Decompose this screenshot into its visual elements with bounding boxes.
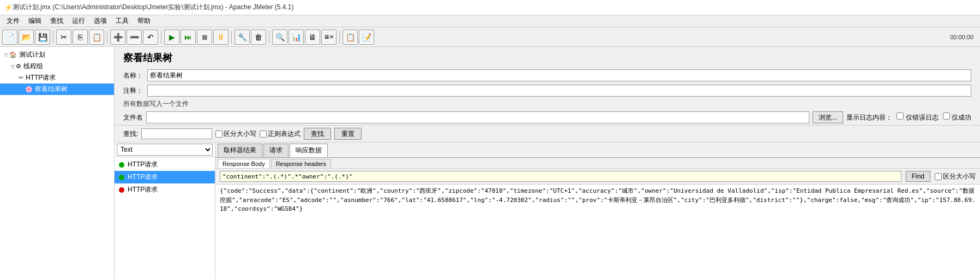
menu-options[interactable]: 选项 <box>89 15 111 27</box>
name-row: 名称： <box>115 68 980 83</box>
sep-6 <box>339 31 340 44</box>
menu-bar: 文件 编辑 查找 运行 选项 工具 帮助 <box>0 15 980 27</box>
regex-label[interactable]: 正则表达式 <box>260 129 300 139</box>
search-input[interactable] <box>141 128 212 139</box>
comment-input[interactable] <box>147 85 971 97</box>
btn-clear-all[interactable]: 🗑 <box>251 29 266 45</box>
case-sensitive-2-checkbox[interactable] <box>935 173 942 180</box>
status-dot-2 <box>119 175 124 180</box>
title-icon: ⚡ <box>4 4 13 11</box>
result-item-1[interactable]: HTTP请求 <box>115 158 215 171</box>
name-input[interactable] <box>147 69 971 81</box>
btn-aggregate[interactable]: 📊 <box>288 29 304 45</box>
sub-tab-response-headers[interactable]: Response headers <box>271 159 331 168</box>
btn-log[interactable]: 📝 <box>359 29 374 45</box>
results-tree-icon: 🌸 <box>25 86 33 93</box>
response-body[interactable]: {"code":"Success","data":{"continent":"欧… <box>215 185 980 279</box>
expand-icon-thread-group: ▽ <box>11 64 15 69</box>
menu-run[interactable]: 运行 <box>68 15 89 27</box>
btn-paste[interactable]: 📋 <box>89 29 104 45</box>
sep-5 <box>269 31 269 44</box>
response-area: Response Body Response headers Find 区分大小… <box>215 158 980 279</box>
find-button-2[interactable]: Find <box>906 171 930 182</box>
log-option-success-label[interactable]: 仅成功 <box>943 112 971 122</box>
result-label-1: HTTP请求 <box>128 160 158 169</box>
sep-1 <box>53 31 53 44</box>
tree-item-results-tree[interactable]: 🌸 察看结果树 <box>0 84 114 95</box>
btn-new[interactable]: 📄 <box>2 29 17 45</box>
write-all-label: 所有数据写入一个文件 <box>123 100 189 108</box>
case-sensitive-2-label[interactable]: 区分大小写 <box>935 172 976 181</box>
tree-item-http-request-1[interactable]: ✏ HTTP请求 <box>0 72 114 84</box>
sub-tabs-row: Response Body Response headers <box>215 158 980 169</box>
file-input[interactable] <box>146 111 809 123</box>
right-panel: 察看结果树 名称： 注释： 所有数据写入一个文件 文件名 浏览... 显示日志内… <box>115 47 980 279</box>
btn-start-no-pauses[interactable]: ⏭ <box>181 29 196 45</box>
btn-cut[interactable]: ✂ <box>56 29 71 45</box>
btn-remove[interactable]: ➖ <box>127 29 142 45</box>
btn-clear[interactable]: 🔧 <box>235 29 250 45</box>
btn-start[interactable]: ▶ <box>164 29 179 45</box>
file-label: 文件名 <box>123 113 143 122</box>
sep-4 <box>231 31 232 44</box>
sub-tab-response-body[interactable]: Response Body <box>218 159 270 168</box>
tree-label-test-plan: 测试计划 <box>19 50 45 60</box>
btn-shutdown[interactable]: ⏸ <box>213 29 229 45</box>
http-request-1-icon: ✏ <box>19 74 23 81</box>
window-title: 测试计划.jmx (C:\Users\Administrator\Desktop… <box>13 3 293 12</box>
text-format-select[interactable]: Text RegExp Tester CSS/JQuery XPath Test… <box>117 144 213 156</box>
tab-response-data[interactable]: 响应数据 <box>290 144 328 157</box>
btn-search[interactable]: 🔍 <box>272 29 287 45</box>
result-items: HTTP请求 HTTP请求 HTTP请求 <box>115 157 215 279</box>
regex-input[interactable] <box>220 171 901 182</box>
btn-copy[interactable]: ⎘ <box>73 29 88 45</box>
btn-remote-start[interactable]: 🖥 <box>305 29 320 45</box>
btn-open[interactable]: 📂 <box>19 29 34 45</box>
menu-edit[interactable]: 编辑 <box>24 15 46 27</box>
result-item-3[interactable]: HTTP请求 <box>115 183 215 196</box>
result-label-3: HTTP请求 <box>128 185 158 194</box>
btn-undo[interactable]: ↶ <box>143 29 158 45</box>
regex-text: 正则表达式 <box>268 129 300 139</box>
thread-group-icon: ⚙ <box>16 63 21 70</box>
tab-request[interactable]: 请求 <box>263 144 288 157</box>
tree-item-thread-group[interactable]: ▽ ⚙ 线程组 <box>0 61 114 72</box>
menu-tools[interactable]: 工具 <box>111 15 133 27</box>
comment-row: 注释： <box>115 83 980 98</box>
btn-save[interactable]: 💾 <box>35 29 50 45</box>
btn-remote-stop[interactable]: 🖥✕ <box>321 29 336 45</box>
result-item-2[interactable]: HTTP请求 <box>115 171 215 183</box>
case-sensitive-checkbox[interactable] <box>215 130 223 138</box>
log-option-error-checkbox[interactable] <box>897 112 904 120</box>
content-panel: 取样器结果 请求 响应数据 Response Body Response hea… <box>215 143 980 279</box>
comment-label: 注释： <box>123 86 143 96</box>
log-option-success-checkbox[interactable] <box>943 112 950 120</box>
search-label: 查找: <box>123 129 138 139</box>
tree-label-results-tree: 察看结果树 <box>35 85 68 94</box>
regex-row: Find 区分大小写 <box>215 169 980 185</box>
search-row: 查找: 区分大小写 正则表达式 查找 重置 <box>115 125 980 143</box>
tab-sampler-result[interactable]: 取样器结果 <box>218 144 262 157</box>
btn-stop[interactable]: ⏹ <box>197 29 212 45</box>
tree-label-thread-group: 线程组 <box>23 62 43 71</box>
reset-button[interactable]: 重置 <box>334 128 362 140</box>
menu-find[interactable]: 查找 <box>46 15 68 27</box>
btn-add[interactable]: ➕ <box>110 29 125 45</box>
btn-list[interactable]: 📋 <box>342 29 358 45</box>
main-layout: ▽ 🏠 测试计划 ▽ ⚙ 线程组 ✏ HTTP请求 🌸 察看结果树 察看结果树 … <box>0 47 980 279</box>
find-button[interactable]: 查找 <box>304 128 331 140</box>
menu-file[interactable]: 文件 <box>2 15 24 27</box>
expand-icon-test-plan: ▽ <box>4 52 8 58</box>
regex-checkbox[interactable] <box>260 130 267 138</box>
status-dot-3 <box>119 187 124 193</box>
case-sensitive-text: 区分大小写 <box>224 129 256 139</box>
menu-help[interactable]: 帮助 <box>133 15 155 27</box>
log-option-error-label[interactable]: 仅错误日志 <box>897 112 938 122</box>
result-label-2: HTTP请求 <box>128 173 158 182</box>
write-all-section: 所有数据写入一个文件 <box>115 98 980 110</box>
case-sensitive-label[interactable]: 区分大小写 <box>215 129 256 139</box>
tree-item-test-plan[interactable]: ▽ 🏠 测试计划 <box>0 49 114 61</box>
browse-button[interactable]: 浏览... <box>813 111 843 123</box>
case-sensitive-2-text: 区分大小写 <box>943 172 976 181</box>
bottom-section: Text RegExp Tester CSS/JQuery XPath Test… <box>115 143 980 279</box>
